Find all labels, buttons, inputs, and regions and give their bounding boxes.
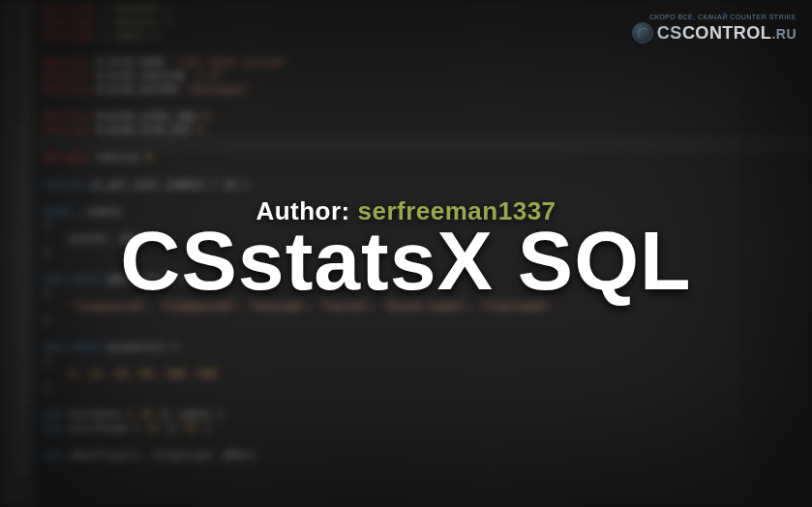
watermark-text: CSCONTROL.RU xyxy=(657,23,797,44)
brand-control: CONTROL xyxy=(682,23,772,43)
watermark-logo: CSCONTROL.RU xyxy=(632,22,797,44)
brand-ru: .RU xyxy=(771,26,797,42)
watermark-tagline: СКОРО ВСЁ, СКАЧАЙ COUNTER STRIKE xyxy=(649,14,797,20)
title-overlay: Author: serfreeman1337 CSstatsX SQL xyxy=(0,0,812,507)
site-watermark: СКОРО ВСЁ, СКАЧАЙ COUNTER STRIKE CSCONTR… xyxy=(632,14,797,44)
brand-cs: CS xyxy=(657,23,682,43)
plugin-title: CSstatsX SQL xyxy=(120,219,691,302)
globe-icon xyxy=(632,22,653,44)
